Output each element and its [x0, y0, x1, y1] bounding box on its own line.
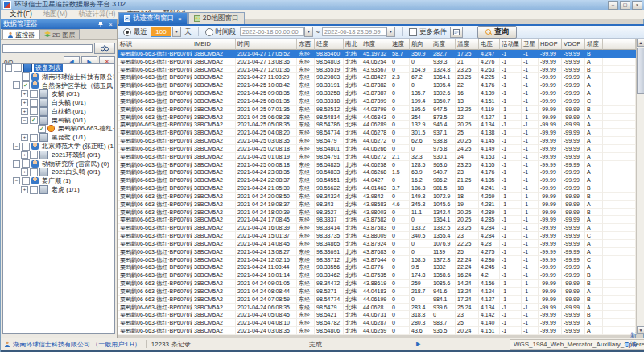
tab-2d-map[interactable]: 2D地图窗口	[188, 12, 245, 24]
table-row[interactable]: 栗鹀鹟06-663-德红·BP6076背38BCM5A22021-04-24 0…	[118, 288, 636, 296]
column-header[interactable]: 电压	[479, 39, 500, 50]
more-conditions-button[interactable]	[450, 27, 463, 38]
table-row[interactable]: 栗鹀鹟06-663-德红·BP6076背38BCM5A22021-04-25 0…	[118, 129, 636, 137]
more-conditions-checkbox[interactable]	[409, 28, 417, 36]
tree-node[interactable]: −姜广顺 (1)	[3, 176, 114, 185]
column-header[interactable]: VDOP	[562, 39, 585, 50]
tree-checkbox[interactable]	[30, 90, 38, 98]
recent-radio[interactable]	[123, 28, 131, 36]
column-header[interactable]: 精度	[585, 39, 603, 50]
table-row[interactable]: 栗鹀鹟06-663-德红·BP6076背38BCM5A22021-04-24 1…	[118, 240, 636, 248]
column-header[interactable]: 时间	[236, 39, 297, 50]
date-to-dropdown-icon[interactable]: ▼	[386, 27, 395, 37]
column-header[interactable]: 卫星	[522, 39, 539, 50]
table-row[interactable]: 栗鹀鹟06-663-德红·BP6076背38BCM5A22021-04-24 1…	[118, 232, 636, 240]
find-button[interactable]	[94, 43, 115, 54]
table-row[interactable]: 栗鹀鹟06-663-德红·BP6076背38BCM5A22021-04-25 1…	[118, 81, 636, 89]
tree-node[interactable]: −北京师范大学 (张正旺) (1)	[3, 142, 114, 151]
table-row[interactable]: 栗鹀鹟06-663-德红·BP6076背38BCM5A22021-04-24 1…	[118, 201, 636, 209]
expander-icon[interactable]: +	[21, 99, 28, 106]
table-row[interactable]: 栗鹀鹟06-663-德红·BP6076背38BCM5A22021-04-24 2…	[118, 176, 636, 184]
table-row[interactable]: 栗鹀鹟06-663-德红·BP6076背38BCM5A22021-04-24 1…	[118, 256, 636, 264]
date-from-dropdown-icon[interactable]: ▼	[304, 27, 313, 37]
tab-close-icon[interactable]: ×	[178, 15, 182, 23]
table-row[interactable]: 栗鹀鹟06-663-德红·BP6076背38BCM5A22021-04-24 1…	[118, 224, 636, 232]
table-row[interactable]: 栗鹀鹟06-663-德红·BP6076背38BCM5A22021-04-24 2…	[118, 193, 636, 201]
recent-days-dropdown-icon[interactable]: ▼	[172, 27, 181, 37]
table-row[interactable]: 栗鹀鹟06-663-德红·BP6076背38BCM5A22021-04-24 0…	[118, 280, 636, 288]
table-row[interactable]: 栗鹀鹟06-663-德红·BP6076背38BCM5A22021-04-24 2…	[118, 168, 636, 176]
tree-node[interactable]: +老虎 (1/1)	[3, 185, 114, 194]
tree-node[interactable]: −设备列表	[3, 64, 114, 72]
expander-icon[interactable]: −	[13, 177, 20, 184]
expander-icon[interactable]: −	[13, 143, 20, 150]
menu-item[interactable]: 文件(F)	[4, 10, 38, 19]
tree-checkbox[interactable]	[30, 134, 38, 142]
expander-icon[interactable]: −	[13, 160, 20, 168]
table-row[interactable]: 栗鹀鹟06-663-德红·BP6076背38BCM5A22021-04-24 1…	[118, 271, 636, 280]
table-row[interactable]: 栗鹀鹟06-663-德红·BP6076背38BCM5A22021-04-25 0…	[118, 121, 636, 129]
tree-checkbox[interactable]	[30, 186, 38, 194]
expander-icon[interactable]: +	[21, 90, 28, 97]
expander-icon[interactable]: −	[21, 117, 28, 124]
tree-checkbox[interactable]	[22, 177, 30, 185]
tree-node[interactable]: −✓自然保护区学校（徳玉风）(5)	[3, 81, 114, 90]
table-row[interactable]: 栗鹀鹟06-663-德红·BP6076背38BCM5A22021-04-24 2…	[118, 184, 636, 193]
tab-track-query[interactable]: 轨迹查询窗口 ×	[118, 12, 188, 24]
tree-checkbox[interactable]	[22, 159, 30, 168]
close-button[interactable]: ×	[632, 1, 642, 10]
table-row[interactable]: 栗鹀鹟06-663-德红·BP6076背38BCM5A22021-04-25 0…	[118, 161, 636, 169]
tree-node[interactable]: 湖南环球信士科技有限公司 (0)	[3, 72, 114, 81]
tree-node[interactable]: +友鹟 (0/1)	[3, 89, 114, 98]
tree-checkbox[interactable]	[30, 99, 38, 107]
maximize-button[interactable]: ▢	[620, 1, 630, 10]
pin-icon[interactable]	[97, 21, 105, 28]
table-row[interactable]: 栗鹀鹟06-663-德红·BP6076背38BCM5A22021-04-24 0…	[118, 311, 636, 319]
table-row[interactable]: 栗鹀鹟06-663-德红·BP6076背38BCM5A22021-04-25 0…	[118, 137, 636, 145]
tree-checkbox[interactable]: ✓	[22, 81, 30, 89]
tree-node[interactable]: +黑琵鹭 (1/1)	[3, 133, 114, 142]
column-header[interactable]: 标识	[118, 39, 192, 50]
tree-node[interactable]: +白枕鹤 (0/1)	[3, 107, 114, 116]
tree-checkbox[interactable]: ✓	[38, 125, 46, 133]
table-row[interactable]: 栗鹀鹟06-663-德红·BP6076背38BCM5A22021-04-25 0…	[118, 145, 636, 153]
date-to-input[interactable]: 2022-06-18 23:59:59	[322, 27, 386, 36]
tree-node[interactable]: +2021环颈鸻 (0/1)	[3, 151, 114, 159]
table-row[interactable]: 栗鹀鹟06-663-德红·BP6076背38BCM5A22021-04-24 0…	[118, 296, 636, 304]
tree-checkbox[interactable]	[30, 107, 38, 115]
time-range-radio[interactable]	[205, 28, 213, 36]
table-row[interactable]: 栗鹀鹟06-663-德红·BP6076背38BCM5A22021-04-24 1…	[118, 248, 636, 256]
query-button[interactable]: 查询	[477, 26, 517, 39]
tab-monitor[interactable]: 监控器	[2, 29, 39, 39]
table-row[interactable]: 栗鹀鹟06-663-德红·BP6076背38BCM5A22021-04-24 0…	[118, 319, 636, 327]
column-header[interactable]: HDOP	[539, 39, 562, 50]
expander-icon[interactable]: +	[21, 134, 28, 141]
column-header[interactable]: 纬度	[361, 39, 390, 50]
column-header[interactable]: 速度	[390, 39, 410, 50]
scrollbar-thumb[interactable]	[637, 48, 644, 94]
search-input[interactable]	[2, 44, 93, 53]
recent-days-input[interactable]: 100	[151, 27, 171, 37]
column-header[interactable]: 活动量	[500, 39, 522, 50]
column-header[interactable]: 东西	[297, 39, 315, 50]
table-row[interactable]: 栗鹀鹟06-663-德红·BP6076背38BCM5A22021-04-24 1…	[118, 209, 636, 217]
tree-checkbox[interactable]	[30, 151, 38, 159]
vertical-scrollbar[interactable]: ▲ ▼	[636, 39, 644, 334]
column-header[interactable]: 温度	[456, 39, 479, 50]
tree-node[interactable]: +2021白头鹎 (0/1)	[3, 168, 114, 177]
expander-icon[interactable]: +	[21, 108, 28, 115]
table-row[interactable]: 栗鹀鹟06-663-德红·BP6076背38BCM5A22021-04-24 1…	[118, 263, 636, 271]
expander-icon[interactable]: +	[21, 151, 28, 159]
panel-close-icon[interactable]: ×	[107, 21, 114, 28]
table-row[interactable]: 栗鹀鹟06-663-德红·BP6076背38BCM5A22021-04-25 0…	[118, 153, 636, 161]
tree-node[interactable]: ✓栗鹀鹟06-663-德红·BP6076背	[3, 125, 114, 134]
tree-node[interactable]: +白头鹟 (0/1)	[3, 98, 114, 107]
table-row[interactable]: 栗鹀鹟06-663-德红·BP6076背38BCM5A22021-04-24 0…	[118, 304, 636, 312]
table-row[interactable]: 栗鹀鹟06-663-德红·BP6076背38BCM5A22021-04-25 0…	[118, 89, 636, 97]
table-row[interactable]: 栗鹀鹟06-663-德红·BP6076背38BCM5A22021-04-27 1…	[118, 73, 636, 81]
scroll-up-icon[interactable]: ▲	[637, 39, 644, 47]
column-header[interactable]: 经度	[315, 39, 344, 50]
table-row[interactable]: 栗鹀鹟06-663-德红·BP6076背38BCM5A22021-04-24 0…	[118, 327, 636, 335]
column-header[interactable]: 航向	[410, 39, 431, 50]
column-header[interactable]: 高度	[431, 39, 456, 50]
